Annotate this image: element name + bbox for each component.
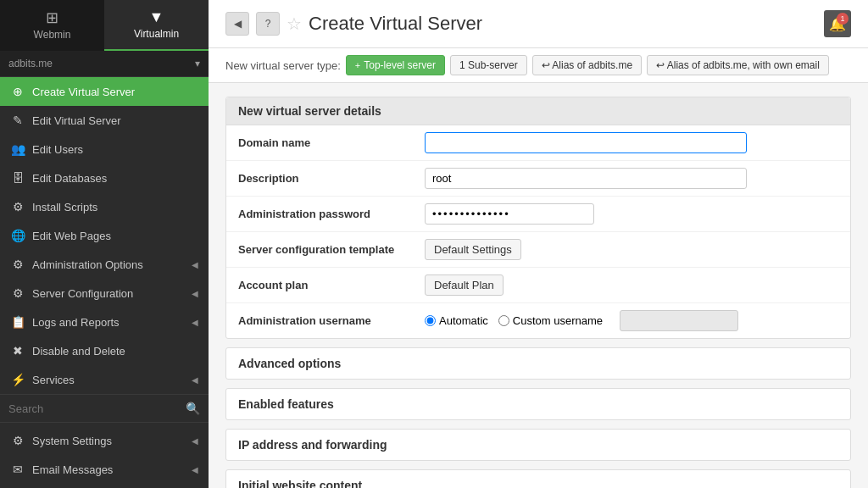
main-content: ◀ ? ☆ Create Virtual Server 🔔 1 New virt… <box>209 0 868 488</box>
users-icon: 👥 <box>10 142 25 156</box>
description-row: Description <box>226 161 850 197</box>
custom-username-input[interactable] <box>620 310 738 331</box>
search-icon: 🔍 <box>186 402 200 415</box>
plus-icon: ⊕ <box>10 85 25 98</box>
enabled-features-section[interactable]: Enabled features <box>225 388 851 420</box>
notification-badge: 1 <box>837 13 849 25</box>
ip-address-section[interactable]: IP address and forwarding <box>225 429 851 461</box>
chevron-right-icon: ◀ <box>192 260 198 269</box>
help-button[interactable]: ? <box>256 12 280 36</box>
tab-virtualmin[interactable]: ▼ Virtualmin <box>104 0 209 51</box>
admin-username-row: Administration username Automatic Custom… <box>226 303 850 338</box>
admin-password-input[interactable] <box>425 203 594 225</box>
chevron-right-icon-5: ◀ <box>192 436 198 446</box>
logs-icon: 📋 <box>10 315 25 329</box>
database-icon: 🗄 <box>10 171 25 185</box>
sidebar-item-server-configuration[interactable]: ⚙ Server Configuration ◀ <box>0 279 209 308</box>
chevron-right-icon-3: ◀ <box>192 318 198 327</box>
section-header: New virtual server details <box>226 97 850 125</box>
plus-small-icon: + <box>355 60 360 70</box>
new-virtual-server-section: New virtual server details Domain name D… <box>225 97 851 339</box>
domain-name-input[interactable] <box>425 132 747 153</box>
sidebar-bottom: ⚙ System Settings ◀ ✉ Email Messages ◀ 🎨… <box>0 423 209 488</box>
account-plan-row: Account plan Default Plan <box>226 268 850 303</box>
advanced-options-section[interactable]: Advanced options <box>225 347 851 380</box>
sidebar-tabs: ⊞ Webmin ▼ Virtualmin <box>0 0 209 51</box>
sidebar-item-services[interactable]: ⚡ Services ◀ <box>0 365 209 394</box>
admin-icon: ⚙ <box>10 258 25 271</box>
type-btn-alias[interactable]: ↩ Alias of adbits.me <box>532 55 642 75</box>
type-btn-sub-server[interactable]: 1 Sub-server <box>450 55 527 75</box>
sidebar-item-edit-web-pages[interactable]: 🌐 Edit Web Pages <box>0 221 209 250</box>
sidebar-nav: ⊕ Create Virtual Server ✎ Edit Virtual S… <box>0 77 209 488</box>
sidebar-item-logs-reports[interactable]: 📋 Logs and Reports ◀ <box>0 308 209 336</box>
email-icon: ✉ <box>10 463 25 476</box>
delete-icon: ✖ <box>10 344 25 358</box>
sidebar-item-email-messages[interactable]: ✉ Email Messages ◀ <box>0 455 209 484</box>
sidebar-item-disable-delete[interactable]: ✖ Disable and Delete <box>0 336 209 365</box>
sidebar: ⊞ Webmin ▼ Virtualmin adbits.me ▾ ⊕ Crea… <box>0 0 209 488</box>
sidebar-search-container: 🔍 <box>0 394 209 423</box>
webmin-icon: ⊞ <box>4 8 100 27</box>
server-config-icon: ⚙ <box>10 286 25 300</box>
page-title: ☆ Create Virtual Server <box>287 13 482 35</box>
sidebar-item-edit-users[interactable]: 👥 Edit Users <box>0 135 209 164</box>
sidebar-item-system-customization[interactable]: 🎨 System Customization ◀ <box>0 484 209 488</box>
star-icon[interactable]: ☆ <box>287 14 302 34</box>
sidebar-item-edit-databases[interactable]: 🗄 Edit Databases <box>0 164 209 192</box>
web-icon: 🌐 <box>10 229 25 242</box>
chevron-right-icon-6: ◀ <box>192 465 198 474</box>
notification-button[interactable]: 🔔 1 <box>824 10 851 37</box>
edit-icon: ✎ <box>10 114 25 127</box>
settings-icon: ⚙ <box>10 434 25 447</box>
radio-automatic[interactable]: Automatic <box>425 314 488 327</box>
account-plan-btn[interactable]: Default Plan <box>425 274 504 296</box>
type-btn-top-level[interactable]: + Top-level server <box>346 55 445 75</box>
sidebar-item-administration-options[interactable]: ⚙ Administration Options ◀ <box>0 250 209 279</box>
sidebar-item-system-settings[interactable]: ⚙ System Settings ◀ <box>0 426 209 455</box>
domain-name-row: Domain name <box>226 125 850 161</box>
chevron-right-icon-4: ◀ <box>192 375 198 385</box>
sidebar-item-install-scripts[interactable]: ⚙ Install Scripts <box>0 192 209 221</box>
back-button[interactable]: ◀ <box>225 12 249 36</box>
tab-webmin[interactable]: ⊞ Webmin <box>0 0 104 51</box>
server-config-template-row: Server configuration template Default Se… <box>226 232 850 268</box>
sidebar-item-create-virtual-server[interactable]: ⊕ Create Virtual Server <box>0 77 209 106</box>
admin-password-row: Administration password <box>226 197 850 232</box>
section-body: Domain name Description Administration p… <box>226 125 850 338</box>
radio-custom[interactable]: Custom username <box>498 314 603 327</box>
domain-dropdown[interactable]: adbits.me ▾ <box>0 51 209 77</box>
server-type-bar: New virtual server type: + Top-level ser… <box>209 48 868 83</box>
description-input[interactable] <box>425 168 747 189</box>
virtualmin-icon: ▼ <box>108 8 204 26</box>
initial-website-content-section[interactable]: Initial website content <box>225 469 851 488</box>
sidebar-item-edit-virtual-server[interactable]: ✎ Edit Virtual Server <box>0 106 209 135</box>
type-btn-alias-email[interactable]: ↩ Alias of adbits.me, with own email <box>647 55 829 75</box>
chevron-right-icon-2: ◀ <box>192 289 198 298</box>
form-content: New virtual server details Domain name D… <box>209 83 868 488</box>
main-header: ◀ ? ☆ Create Virtual Server 🔔 1 <box>209 0 868 48</box>
search-input[interactable] <box>8 402 186 415</box>
scripts-icon: ⚙ <box>10 200 25 214</box>
services-icon: ⚡ <box>10 373 25 386</box>
server-config-template-btn[interactable]: Default Settings <box>425 239 521 260</box>
chevron-down-icon: ▾ <box>195 58 200 69</box>
